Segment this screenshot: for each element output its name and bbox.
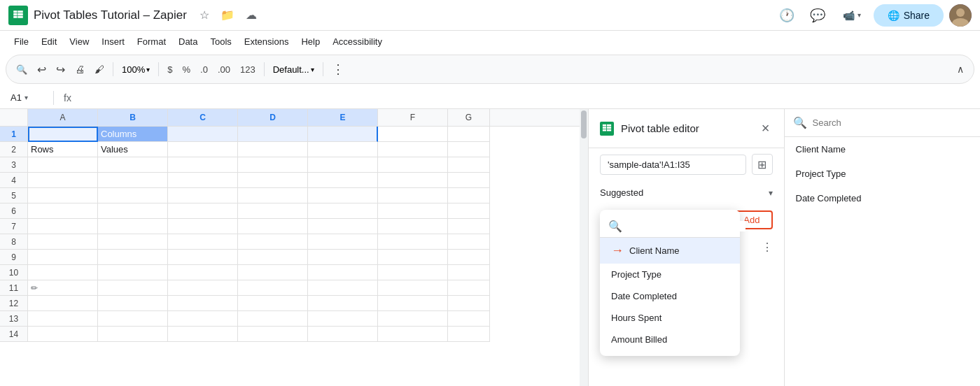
cell-d8[interactable] bbox=[238, 234, 308, 250]
cell-g12[interactable] bbox=[448, 296, 490, 311]
cell-b13[interactable] bbox=[98, 311, 168, 327]
cell-c6[interactable] bbox=[168, 203, 238, 219]
cell-a1[interactable] bbox=[28, 127, 98, 142]
cell-c7[interactable] bbox=[168, 219, 238, 234]
three-dots-columns[interactable]: ⋮ bbox=[762, 241, 773, 254]
cell-f3[interactable] bbox=[378, 157, 448, 173]
collapse-toolbar-button[interactable]: ∧ bbox=[953, 61, 968, 78]
cell-b14[interactable] bbox=[98, 327, 168, 342]
row-num-8[interactable]: 8 bbox=[0, 234, 28, 250]
cell-g10[interactable] bbox=[448, 265, 490, 280]
cell-d10[interactable] bbox=[238, 265, 308, 280]
cell-c2[interactable] bbox=[168, 142, 238, 157]
cell-g5[interactable] bbox=[448, 188, 490, 203]
cell-f13[interactable] bbox=[378, 311, 448, 327]
cell-b9[interactable] bbox=[98, 250, 168, 265]
star-icon[interactable]: ☆ bbox=[197, 6, 212, 24]
cell-a7[interactable] bbox=[28, 219, 98, 234]
cell-a4[interactable] bbox=[28, 173, 98, 188]
paint-format-button[interactable]: 🖌 bbox=[90, 61, 108, 78]
cell-e4[interactable] bbox=[308, 173, 378, 188]
row-num-1[interactable]: 1 bbox=[0, 127, 28, 142]
cell-f14[interactable] bbox=[378, 327, 448, 342]
cell-f11[interactable] bbox=[378, 280, 448, 296]
row-num-2[interactable]: 2 bbox=[0, 142, 28, 157]
cell-b2[interactable]: Values bbox=[98, 142, 168, 157]
cell-a3[interactable] bbox=[28, 157, 98, 173]
cell-d1[interactable] bbox=[238, 127, 308, 142]
range-input[interactable] bbox=[600, 155, 746, 175]
col-header-c[interactable]: C bbox=[168, 109, 238, 126]
cell-a6[interactable] bbox=[28, 203, 98, 219]
cell-b5[interactable] bbox=[98, 188, 168, 203]
cell-g4[interactable] bbox=[448, 173, 490, 188]
cell-f12[interactable] bbox=[378, 296, 448, 311]
video-button[interactable]: 📹 ▾ bbox=[836, 6, 868, 25]
field-item-client-name[interactable]: Client Name bbox=[785, 137, 981, 162]
cell-d12[interactable] bbox=[238, 296, 308, 311]
cell-f8[interactable] bbox=[378, 234, 448, 250]
cell-g8[interactable] bbox=[448, 234, 490, 250]
cell-a11[interactable]: ✏ bbox=[28, 280, 98, 296]
cell-g6[interactable] bbox=[448, 203, 490, 219]
cell-b12[interactable] bbox=[98, 296, 168, 311]
row-num-5[interactable]: 5 bbox=[0, 188, 28, 203]
cell-d9[interactable] bbox=[238, 250, 308, 265]
cell-e11[interactable] bbox=[308, 280, 378, 296]
suggested-chevron[interactable]: ▾ bbox=[769, 188, 773, 198]
cell-a13[interactable] bbox=[28, 311, 98, 327]
menu-data[interactable]: Data bbox=[173, 34, 203, 50]
cell-a14[interactable] bbox=[28, 327, 98, 342]
cell-e5[interactable] bbox=[308, 188, 378, 203]
cell-f5[interactable] bbox=[378, 188, 448, 203]
cell-g7[interactable] bbox=[448, 219, 490, 234]
dropdown-item-project-type[interactable]: Project Type bbox=[600, 264, 740, 285]
col-header-b[interactable]: B bbox=[98, 109, 168, 126]
cell-e1[interactable] bbox=[308, 127, 378, 142]
menu-accessibility[interactable]: Accessibility bbox=[327, 34, 388, 50]
row-num-11[interactable]: 11 bbox=[0, 280, 28, 296]
cell-d5[interactable] bbox=[238, 188, 308, 203]
cell-f10[interactable] bbox=[378, 265, 448, 280]
vertical-scrollbar[interactable] bbox=[580, 109, 588, 386]
cell-b10[interactable] bbox=[98, 265, 168, 280]
cell-f7[interactable] bbox=[378, 219, 448, 234]
cell-a8[interactable] bbox=[28, 234, 98, 250]
menu-view[interactable]: View bbox=[64, 34, 94, 50]
cell-g9[interactable] bbox=[448, 250, 490, 265]
cell-c3[interactable] bbox=[168, 157, 238, 173]
cell-e7[interactable] bbox=[308, 219, 378, 234]
number-format-button[interactable]: 123 bbox=[236, 62, 260, 78]
scrollbar-thumb[interactable] bbox=[581, 110, 587, 138]
cell-e12[interactable] bbox=[308, 296, 378, 311]
col-header-f[interactable]: F bbox=[378, 109, 448, 126]
more-options-button[interactable]: ⋮ bbox=[328, 59, 349, 80]
cell-b3[interactable] bbox=[98, 157, 168, 173]
row-num-14[interactable]: 14 bbox=[0, 327, 28, 342]
row-num-6[interactable]: 6 bbox=[0, 203, 28, 219]
formula-icon[interactable]: fx bbox=[59, 91, 76, 105]
share-button[interactable]: 🌐 Suggested Share bbox=[874, 4, 944, 27]
cell-g14[interactable] bbox=[448, 327, 490, 342]
menu-extensions[interactable]: Extensions bbox=[239, 34, 295, 50]
cell-e8[interactable] bbox=[308, 234, 378, 250]
menu-edit[interactable]: Edit bbox=[36, 34, 62, 50]
decimal-dec-button[interactable]: .0 bbox=[196, 62, 212, 78]
cloud-icon[interactable]: ☁ bbox=[243, 6, 260, 24]
range-grid-button[interactable]: ⊞ bbox=[752, 154, 773, 175]
cell-e6[interactable] bbox=[308, 203, 378, 219]
dropdown-item-amount-billed[interactable]: Amount Billed bbox=[600, 329, 740, 350]
cell-g13[interactable] bbox=[448, 311, 490, 327]
col-header-g[interactable]: G bbox=[448, 109, 490, 126]
currency-button[interactable]: $ bbox=[163, 62, 176, 78]
cell-d3[interactable] bbox=[238, 157, 308, 173]
cell-b7[interactable] bbox=[98, 219, 168, 234]
menu-insert[interactable]: Insert bbox=[96, 34, 130, 50]
cell-d14[interactable] bbox=[238, 327, 308, 342]
cell-f1[interactable] bbox=[378, 127, 448, 142]
dropdown-item-client-name[interactable]: → Client Name bbox=[600, 238, 740, 264]
row-num-7[interactable]: 7 bbox=[0, 219, 28, 234]
cell-f4[interactable] bbox=[378, 173, 448, 188]
cell-c10[interactable] bbox=[168, 265, 238, 280]
cell-c12[interactable] bbox=[168, 296, 238, 311]
